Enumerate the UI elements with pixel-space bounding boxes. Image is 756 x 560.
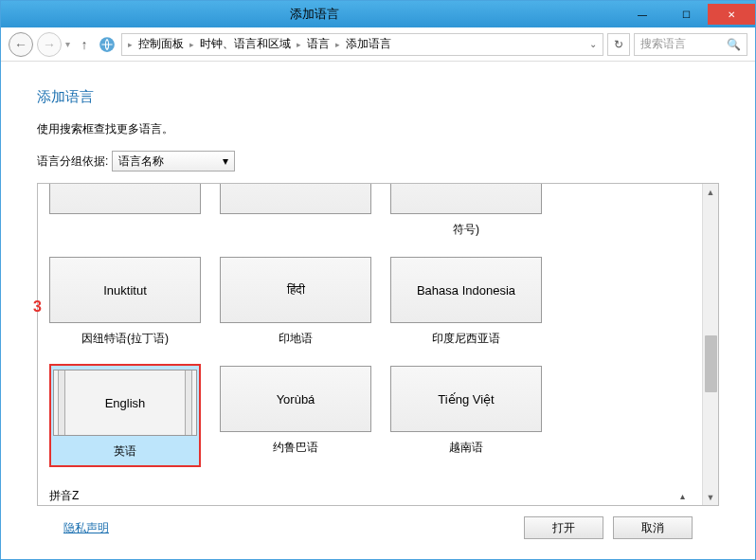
group-header[interactable]: 拼音Z ▴ [49,488,691,504]
list-viewport: 符号) Inuktitut 因纽特语(拉丁语) हिंदी 印地语 Bahasa… [38,184,702,505]
page-subtext: 使用搜索框查找更多语言。 [37,121,719,137]
language-tile-label: 英语 [53,443,197,460]
annotation-marker: 3 [33,298,42,316]
language-row: Inuktitut 因纽特语(拉丁语) हिंदी 印地语 Bahasa Ind… [49,257,691,347]
language-tile-label: 印地语 [279,331,313,347]
language-item-selected: English 英语 [49,364,201,467]
close-button[interactable]: ✕ [708,4,755,25]
chevron-icon: ▸ [335,40,340,49]
language-item: Yorùbá 约鲁巴语 [220,366,371,467]
back-button[interactable]: ← [9,32,33,57]
content-area: 添加语言 使用搜索框查找更多语言。 语言分组依据: 语言名称 ▾ 符号) [1,62,755,559]
window: 添加语言 — ☐ ✕ ← → ▾ ↑ ▸ 控制面板 ▸ 时钟、语言和区域 ▸ 语… [0,0,756,560]
language-list: 符号) Inuktitut 因纽特语(拉丁语) हिंदी 印地语 Bahasa… [37,183,719,506]
partial-row-top: 符号) [49,184,691,238]
search-input[interactable]: 搜索语言 🔍 [634,33,747,56]
chevron-icon: ▸ [297,40,301,49]
language-tile[interactable]: English [53,370,197,436]
up-button[interactable]: ↑ [74,34,95,55]
breadcrumb-item[interactable]: 控制面板 [138,36,184,52]
cancel-button[interactable]: 取消 [613,516,693,539]
maximize-button[interactable]: ☐ [664,4,708,25]
language-tile[interactable] [390,184,542,214]
language-tile-label: 符号) [453,222,479,238]
scroll-down-button[interactable]: ▼ [703,489,718,505]
breadcrumb[interactable]: ▸ 控制面板 ▸ 时钟、语言和区域 ▸ 语言 ▸ 添加语言 ⌄ [121,33,603,56]
window-controls: — ☐ ✕ [621,4,755,25]
refresh-button[interactable]: ↻ [607,33,630,56]
breadcrumb-item[interactable]: 语言 [307,36,330,52]
breadcrumb-item[interactable]: 添加语言 [346,36,391,52]
group-header-label: 拼音Z [49,488,79,504]
forward-button[interactable]: → [37,32,62,57]
language-tile[interactable]: हिंदी [220,257,371,323]
language-tile[interactable]: Tiếng Việt [390,366,542,432]
group-by-label: 语言分组依据: [37,154,108,170]
scrollbar[interactable]: ▲ ▼ [702,184,718,505]
collapse-icon: ▴ [680,491,685,501]
chevron-icon: ▸ [189,40,194,49]
scroll-up-button[interactable]: ▲ [703,184,718,200]
language-tile-label: 因纽特语(拉丁语) [81,331,169,347]
privacy-link[interactable]: 隐私声明 [63,520,109,536]
language-tile-label: 印度尼西亚语 [432,331,500,347]
language-item: हिंदी 印地语 [220,257,371,347]
language-tile[interactable]: Bahasa Indonesia [390,257,542,323]
language-tile[interactable] [49,184,201,214]
open-button[interactable]: 打开 [524,516,603,539]
language-tile[interactable] [220,184,371,214]
language-item: Tiếng Việt 越南语 [390,366,542,467]
navbar: ← → ▾ ↑ ▸ 控制面板 ▸ 时钟、语言和区域 ▸ 语言 ▸ 添加语言 ⌄ … [1,27,755,62]
language-item: Inuktitut 因纽特语(拉丁语) [49,257,201,347]
location-icon [99,36,116,53]
chevron-down-icon: ▾ [223,154,228,168]
group-by-value: 语言名称 [118,154,164,170]
group-by-row: 语言分组依据: 语言名称 ▾ [37,151,719,172]
chevron-icon: ▸ [128,40,133,49]
search-icon: 🔍 [727,38,741,51]
scroll-thumb[interactable] [705,335,717,392]
language-tile[interactable]: Inuktitut [49,257,201,323]
language-tile-label: 越南语 [449,440,483,456]
language-tile-label: 约鲁巴语 [273,440,318,456]
minimize-button[interactable]: — [621,4,664,25]
breadcrumb-item[interactable]: 时钟、语言和区域 [200,36,291,52]
footer-buttons: 打开 取消 [524,516,693,539]
group-by-select[interactable]: 语言名称 ▾ [112,151,235,172]
language-row: English 英语 Yorùbá 约鲁巴语 Tiếng Việt 越南语 [49,366,691,467]
language-item: Bahasa Indonesia 印度尼西亚语 [390,257,542,347]
history-dropdown-icon[interactable]: ▾ [65,39,70,49]
page-title: 添加语言 [37,88,719,106]
titlebar: 添加语言 — ☐ ✕ [1,1,755,27]
window-title: 添加语言 [9,6,621,23]
language-tile[interactable]: Yorùbá [220,366,371,432]
search-placeholder: 搜索语言 [640,36,686,52]
breadcrumb-dropdown-icon[interactable]: ⌄ [589,39,597,49]
footer: 隐私声明 打开 取消 [37,506,719,550]
